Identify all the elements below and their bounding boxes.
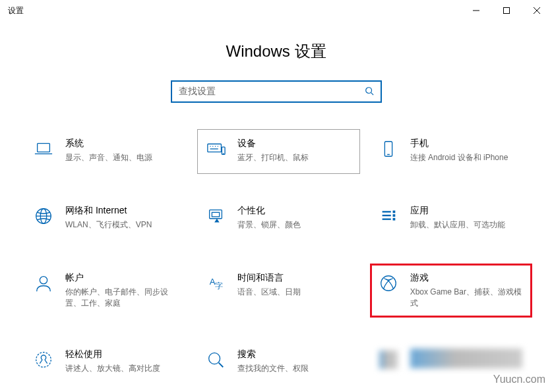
category-desc: 蓝牙、打印机、鼠标 <box>237 152 352 163</box>
category-tile-personalization[interactable]: 个性化背景、锁屏、颜色 <box>197 196 359 241</box>
apps-icon <box>377 205 400 227</box>
category-tile-phone[interactable]: 手机连接 Android 设备和 iPhone <box>370 129 532 174</box>
search-input[interactable]: 查找设置 <box>171 80 382 103</box>
svg-point-33 <box>36 352 51 367</box>
category-desc: 连接 Android 设备和 iPhone <box>410 152 525 163</box>
category-title: 轻松使用 <box>65 349 180 360</box>
category-tile-system[interactable]: 系统显示、声音、通知、电源 <box>25 129 187 174</box>
svg-line-5 <box>371 92 373 95</box>
category-desc: WLAN、飞行模式、VPN <box>65 219 180 231</box>
category-desc: 讲述人、放大镜、高对比度 <box>65 363 180 374</box>
blurred-icon <box>377 349 400 371</box>
person-icon <box>32 272 55 294</box>
categories-grid: 系统显示、声音、通知、电源设备蓝牙、打印机、鼠标手机连接 Android 设备和… <box>0 129 552 385</box>
category-tile-apps[interactable]: 应用卸载、默认应用、可选功能 <box>370 196 532 241</box>
category-desc: 查找我的文件、权限 <box>237 363 352 374</box>
magnifier-icon <box>204 349 227 371</box>
category-tile-time[interactable]: A字时间和语言语音、区域、日期 <box>197 264 359 318</box>
titlebar: 设置 <box>0 0 552 21</box>
close-button[interactable] <box>522 0 552 21</box>
category-tile-gaming[interactable]: 游戏Xbox Game Bar、捕获、游戏模式 <box>370 264 532 318</box>
watermark: Yuucn.com <box>493 374 545 385</box>
svg-text:字: 字 <box>215 281 223 291</box>
category-tile-ease[interactable]: 轻松使用讲述人、放大镜、高对比度 <box>25 340 187 385</box>
svg-line-34 <box>40 360 42 364</box>
svg-rect-22 <box>212 212 220 217</box>
svg-rect-27 <box>392 214 395 217</box>
window-controls <box>461 0 552 21</box>
laptop-icon <box>32 138 55 160</box>
svg-rect-6 <box>38 144 50 152</box>
category-title: 系统 <box>65 138 180 150</box>
svg-rect-1 <box>504 8 510 14</box>
svg-point-29 <box>40 277 47 284</box>
category-title: 搜索 <box>237 349 352 360</box>
keyboard-icon <box>204 138 227 160</box>
category-title: 应用 <box>410 205 525 217</box>
svg-rect-26 <box>392 211 395 213</box>
phone-icon <box>377 138 400 160</box>
window-title: 设置 <box>8 5 24 16</box>
category-tile-devices[interactable]: 设备蓝牙、打印机、鼠标 <box>197 129 359 174</box>
svg-rect-8 <box>208 144 222 152</box>
svg-point-36 <box>209 352 220 364</box>
category-desc: 你的帐户、电子邮件、同步设置、工作、家庭 <box>65 287 180 309</box>
svg-line-37 <box>219 362 224 367</box>
category-title: 时间和语言 <box>237 272 352 284</box>
svg-rect-28 <box>392 218 395 221</box>
svg-line-35 <box>45 360 47 364</box>
maximize-button[interactable] <box>491 0 522 21</box>
category-title: 网络和 Internet <box>65 205 180 217</box>
svg-point-15 <box>224 154 224 154</box>
category-desc: 语音、区域、日期 <box>237 287 352 298</box>
xbox-icon <box>377 272 400 294</box>
ease-icon <box>32 349 55 371</box>
category-title: 设备 <box>237 138 352 150</box>
page-title: Windows 设置 <box>0 41 552 62</box>
category-desc: Xbox Game Bar、捕获、游戏模式 <box>410 287 525 309</box>
brush-icon <box>204 205 227 227</box>
category-tile-network[interactable]: 网络和 InternetWLAN、飞行模式、VPN <box>25 196 187 241</box>
globe-icon <box>32 205 55 227</box>
category-title: 游戏 <box>410 272 525 284</box>
category-desc: 卸载、默认应用、可选功能 <box>410 219 525 231</box>
category-tile-accounts[interactable]: 帐户你的帐户、电子邮件、同步设置、工作、家庭 <box>25 264 187 318</box>
category-desc: 显示、声音、通知、电源 <box>65 152 180 163</box>
svg-rect-21 <box>210 210 222 219</box>
search-wrap: 查找设置 <box>0 80 552 103</box>
language-icon: A字 <box>204 272 227 294</box>
category-title: 帐户 <box>65 272 180 284</box>
search-placeholder: 查找设置 <box>179 86 365 98</box>
category-desc: 背景、锁屏、颜色 <box>237 219 352 231</box>
svg-point-4 <box>365 87 371 93</box>
category-title: 个性化 <box>237 205 352 217</box>
minimize-button[interactable] <box>461 0 491 21</box>
category-title: 手机 <box>410 138 525 150</box>
search-icon <box>365 86 374 98</box>
category-tile-search-cat[interactable]: 搜索查找我的文件、权限 <box>197 340 359 385</box>
